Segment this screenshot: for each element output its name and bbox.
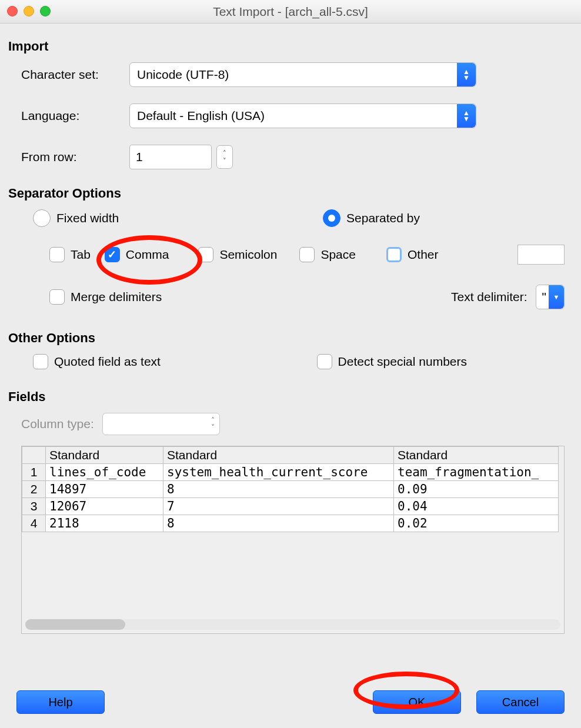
checkbox-checked-icon: ✓ bbox=[105, 247, 120, 262]
checkbox-icon bbox=[33, 354, 48, 369]
table-row: 4 2118 8 0.02 bbox=[22, 515, 559, 532]
from-row-label: From row: bbox=[8, 150, 129, 164]
horizontal-scrollbar[interactable] bbox=[25, 619, 560, 630]
column-type-label: Column type: bbox=[21, 417, 94, 431]
space-label: Space bbox=[320, 248, 356, 262]
cancel-button[interactable]: Cancel bbox=[476, 690, 565, 714]
checkbox-icon bbox=[386, 247, 402, 262]
row-number: 2 bbox=[22, 481, 46, 498]
cell: 0.02 bbox=[394, 515, 559, 532]
semicolon-label: Semicolon bbox=[219, 248, 277, 262]
chevron-updown-icon: ▲▼ bbox=[457, 63, 476, 86]
window-title: Text Import - [arch_all-5.csv] bbox=[213, 5, 368, 19]
cell: 7 bbox=[163, 498, 394, 515]
ok-button-label: OK bbox=[409, 696, 426, 709]
titlebar: Text Import - [arch_all-5.csv] bbox=[0, 0, 581, 24]
checkbox-icon bbox=[198, 247, 213, 262]
detect-numbers-checkbox[interactable]: Detect special numbers bbox=[317, 354, 467, 369]
radio-icon bbox=[33, 209, 51, 227]
charset-select[interactable]: Unicode (UTF-8) ▲▼ bbox=[129, 62, 476, 87]
other-options-heading: Other Options bbox=[8, 330, 573, 346]
chevron-updown-icon: ▲▼ bbox=[457, 104, 476, 128]
row-number: 1 bbox=[22, 464, 46, 481]
other-label: Other bbox=[408, 248, 439, 262]
fixed-width-radio[interactable]: Fixed width bbox=[33, 209, 119, 227]
column-type-select[interactable]: ˄˅ bbox=[102, 413, 220, 435]
separated-by-radio[interactable]: Separated by bbox=[323, 209, 420, 227]
preview-table: Standard Standard Standard 1 lines_of_co… bbox=[22, 446, 559, 532]
merge-delimiters-label: Merge delimiters bbox=[71, 290, 162, 304]
comma-checkbox[interactable]: ✓ Comma bbox=[105, 247, 169, 262]
semicolon-checkbox[interactable]: Semicolon bbox=[198, 247, 277, 262]
preview-pane[interactable]: Standard Standard Standard 1 lines_of_co… bbox=[21, 446, 565, 634]
table-row: 2 14897 8 0.09 bbox=[22, 481, 559, 498]
quoted-field-checkbox[interactable]: Quoted field as text bbox=[33, 354, 161, 369]
cell: lines_of_code bbox=[46, 464, 163, 481]
table-row: 3 12067 7 0.04 bbox=[22, 498, 559, 515]
chevron-updown-icon: ˄˅ bbox=[211, 417, 215, 431]
language-label: Language: bbox=[8, 109, 129, 123]
comma-label: Comma bbox=[126, 248, 169, 262]
cell: 2118 bbox=[46, 515, 163, 532]
from-row-stepper[interactable]: ˄ ˅ bbox=[216, 145, 233, 169]
scrollbar-thumb[interactable] bbox=[25, 619, 125, 630]
table-header-row[interactable]: Standard Standard Standard bbox=[22, 447, 559, 464]
other-checkbox[interactable]: Other bbox=[386, 247, 439, 262]
checkbox-icon bbox=[49, 247, 65, 262]
table-row: 1 lines_of_code system_health_current_sc… bbox=[22, 464, 559, 481]
checkbox-icon bbox=[49, 289, 65, 305]
row-number: 4 bbox=[22, 515, 46, 532]
text-delimiter-label: Text delimiter: bbox=[451, 290, 527, 304]
cell: 14897 bbox=[46, 481, 163, 498]
zoom-icon[interactable] bbox=[40, 6, 51, 16]
detect-numbers-label: Detect special numbers bbox=[338, 355, 467, 369]
charset-label: Character set: bbox=[8, 68, 129, 82]
cell: 8 bbox=[163, 481, 394, 498]
row-number: 3 bbox=[22, 498, 46, 515]
checkbox-icon bbox=[299, 247, 315, 262]
tab-label: Tab bbox=[71, 248, 91, 262]
text-delimiter-value: " bbox=[542, 290, 546, 304]
col-type[interactable]: Standard bbox=[394, 447, 559, 464]
text-delimiter-select[interactable]: " ▼ bbox=[536, 285, 565, 309]
checkbox-icon bbox=[317, 354, 332, 369]
radio-checked-icon bbox=[323, 209, 340, 227]
space-checkbox[interactable]: Space bbox=[299, 247, 356, 262]
cell: system_health_current_score bbox=[163, 464, 394, 481]
help-button[interactable]: Help bbox=[16, 690, 105, 714]
charset-value: Unicode (UTF-8) bbox=[137, 68, 229, 82]
merge-delimiters-checkbox[interactable]: Merge delimiters bbox=[49, 289, 162, 305]
language-select[interactable]: Default - English (USA) ▲▼ bbox=[129, 103, 476, 128]
from-row-input[interactable]: 1 bbox=[129, 145, 212, 169]
other-separator-input[interactable] bbox=[517, 245, 565, 265]
fixed-width-label: Fixed width bbox=[56, 211, 119, 225]
help-button-label: Help bbox=[48, 696, 72, 709]
cell: 0.09 bbox=[394, 481, 559, 498]
cell: 0.04 bbox=[394, 498, 559, 515]
chevron-down-icon: ˅ bbox=[223, 157, 226, 165]
chevron-down-icon: ▼ bbox=[549, 285, 564, 309]
window-controls bbox=[7, 6, 51, 16]
close-icon[interactable] bbox=[7, 6, 18, 16]
fields-heading: Fields bbox=[8, 389, 573, 405]
col-type[interactable]: Standard bbox=[46, 447, 163, 464]
separator-heading: Separator Options bbox=[8, 186, 573, 201]
cell: 12067 bbox=[46, 498, 163, 515]
from-row-value: 1 bbox=[136, 150, 143, 164]
language-value: Default - English (USA) bbox=[137, 109, 265, 123]
cancel-button-label: Cancel bbox=[502, 696, 539, 709]
col-type[interactable]: Standard bbox=[163, 447, 394, 464]
separated-by-label: Separated by bbox=[346, 211, 420, 225]
minimize-icon[interactable] bbox=[24, 6, 34, 16]
tab-checkbox[interactable]: Tab bbox=[49, 247, 91, 262]
ok-button[interactable]: OK bbox=[373, 690, 461, 714]
chevron-up-icon: ˄ bbox=[223, 149, 226, 157]
cell: 8 bbox=[163, 515, 394, 532]
import-heading: Import bbox=[8, 39, 573, 54]
cell: team_fragmentation_ bbox=[394, 464, 559, 481]
quoted-field-label: Quoted field as text bbox=[54, 355, 161, 369]
